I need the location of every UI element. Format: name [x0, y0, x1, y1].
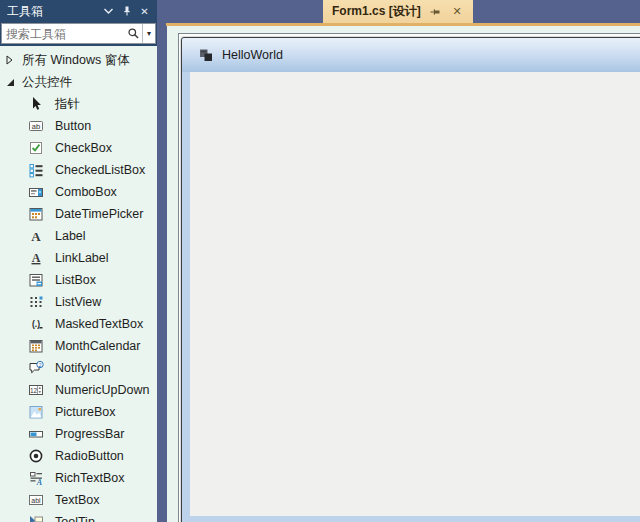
toolbox-item-progressbar[interactable]: ProgressBar [0, 423, 157, 445]
notifyicon-icon: 2 [28, 360, 44, 376]
toolbox-item-label: TextBox [55, 493, 99, 507]
search-input[interactable] [2, 27, 124, 41]
toolbox-item-linklabel[interactable]: A LinkLabel [0, 247, 157, 269]
toolbox-item-label: ProgressBar [55, 427, 124, 441]
tooltip-icon [28, 514, 44, 522]
visual-studio-window: 工具箱 ✕ ▾ 所有 Windows 窗体 [0, 0, 640, 522]
window-position-icon[interactable] [101, 4, 116, 19]
toolbox-item-label: RadioButton [55, 449, 124, 463]
progressbar-icon [28, 426, 44, 442]
checkedlistbox-icon [28, 162, 44, 178]
toolbox-item-datetimepicker[interactable]: DateTimePicker [0, 203, 157, 225]
svg-text:A: A [36, 478, 43, 487]
svg-text:ab: ab [32, 122, 40, 131]
document-tab-strip: Form1.cs [设计] ✕ [157, 0, 640, 23]
toolbox-group-label: 所有 Windows 窗体 [22, 52, 130, 69]
search-icon[interactable] [124, 24, 142, 43]
toolbox-item-radiobutton[interactable]: RadioButton [0, 445, 157, 467]
textbox-icon: abl [28, 492, 44, 508]
search-options-chevron-icon[interactable]: ▾ [143, 24, 155, 43]
label-icon: A [28, 228, 44, 244]
toolbox-item-label: ListView [55, 295, 101, 309]
toolbox-item-checkbox[interactable]: CheckBox [0, 137, 157, 159]
checkbox-icon [28, 140, 44, 156]
button-icon: ab [28, 118, 44, 134]
toolbox-group-collapsed[interactable]: 所有 Windows 窗体 [0, 49, 157, 71]
toolbox-item-label: Label [55, 229, 86, 243]
numericupdown-icon: 12 [28, 382, 44, 398]
toolbox-item-label: MonthCalendar [55, 339, 140, 353]
tab-form1-designer[interactable]: Form1.cs [设计] ✕ [323, 0, 473, 23]
svg-text:abl: abl [31, 497, 41, 504]
designer-document-well: HelloWorld [167, 26, 640, 522]
pin-icon[interactable] [428, 4, 443, 19]
svg-text:A: A [31, 229, 41, 244]
form-title: HelloWorld [222, 48, 283, 62]
monthcalendar-icon [28, 338, 44, 354]
toolbox-item-numericupdown[interactable]: 12 NumericUpDown [0, 379, 157, 401]
toolbox-group-label: 公共控件 [22, 74, 72, 91]
radiobutton-icon [28, 448, 44, 464]
form-default-icon [199, 48, 213, 62]
toolbox-item-picturebox[interactable]: PictureBox [0, 401, 157, 423]
toolbox-panel: 工具箱 ✕ ▾ 所有 Windows 窗体 [0, 0, 157, 522]
toolbox-item-monthcalendar[interactable]: MonthCalendar [0, 335, 157, 357]
toolbox-header[interactable]: 工具箱 ✕ [0, 0, 157, 22]
tab-label: Form1.cs [设计] [332, 3, 421, 20]
svg-text:12: 12 [30, 387, 38, 394]
svg-text:2: 2 [38, 362, 41, 368]
richtextbox-icon: A [28, 470, 44, 486]
toolbox-item-listbox[interactable]: ListBox [0, 269, 157, 291]
toolbox-item-textbox[interactable]: abl TextBox [0, 489, 157, 511]
listbox-icon [28, 272, 44, 288]
toolbox-group-expanded[interactable]: 公共控件 [0, 71, 157, 93]
toolbox-item-button[interactable]: ab Button [0, 115, 157, 137]
toolbox-item-label: Button [55, 119, 91, 133]
designed-form-window[interactable]: HelloWorld [181, 37, 640, 522]
linklabel-icon: A [28, 250, 44, 266]
svg-text:(.): (.) [32, 319, 40, 329]
toolbox-header-area: 工具箱 ✕ ▾ [0, 0, 157, 46]
toolbox-item-label: CheckBox [55, 141, 112, 155]
toolbox-title: 工具箱 [7, 3, 98, 20]
toolbox-item-label: CheckedListBox [55, 163, 145, 177]
toolbox-item-label: NotifyIcon [55, 361, 111, 375]
toolbox-search-box: ▾ [1, 23, 156, 44]
combobox-icon [28, 184, 44, 200]
toolbox-item-label: ListBox [55, 273, 96, 287]
toolbox-item-combobox[interactable]: ComboBox [0, 181, 157, 203]
toolbox-item-label: LinkLabel [55, 251, 109, 265]
toolbox-item-label: MaskedTextBox [55, 317, 143, 331]
maskedtextbox-icon: (.) [28, 316, 44, 332]
toolbox-item-label: NumericUpDown [55, 383, 149, 397]
toolbox-item-tooltip[interactable]: ToolTip [0, 511, 157, 522]
toolbox-item-richtextbox[interactable]: A RichTextBox [0, 467, 157, 489]
toolbox-item-checkedlistbox[interactable]: CheckedListBox [0, 159, 157, 181]
svg-text:A: A [32, 251, 41, 265]
pointer-icon [28, 96, 44, 112]
toolbox-item-maskedtextbox[interactable]: (.) MaskedTextBox [0, 313, 157, 335]
toolbox-item-label: ComboBox [55, 185, 117, 199]
toolbox-item-label: RichTextBox [55, 471, 124, 485]
designer-surface[interactable]: HelloWorld [178, 33, 640, 522]
expander-icon[interactable] [6, 55, 19, 66]
toolbox-item-label: ToolTip [55, 515, 95, 522]
picturebox-icon [28, 404, 44, 420]
toolbox-item-label[interactable]: A Label [0, 225, 157, 247]
form-titlebar[interactable]: HelloWorld [182, 38, 640, 72]
toolbox-item-notifyicon[interactable]: 2 NotifyIcon [0, 357, 157, 379]
listview-icon [28, 294, 44, 310]
close-icon[interactable]: ✕ [137, 4, 152, 19]
toolbox-item-label: 指针 [55, 96, 80, 113]
toolbox-item-label: DateTimePicker [55, 207, 143, 221]
close-icon[interactable]: ✕ [450, 4, 465, 19]
form-client-area[interactable] [190, 72, 640, 516]
toolbox-item-指针[interactable]: 指针 [0, 93, 157, 115]
pin-icon[interactable] [119, 4, 134, 19]
toolbox-tree: 所有 Windows 窗体 公共控件 指针 ab Button CheckBox… [0, 46, 157, 522]
toolbox-item-label: PictureBox [55, 405, 115, 419]
toolbox-item-listview[interactable]: ListView [0, 291, 157, 313]
expander-icon[interactable] [6, 77, 19, 88]
datetimepicker-icon [28, 206, 44, 222]
